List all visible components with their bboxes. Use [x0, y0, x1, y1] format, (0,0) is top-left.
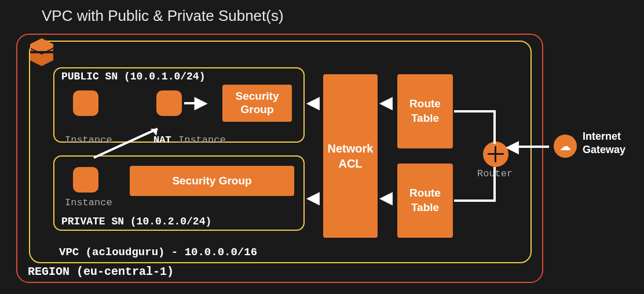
vpc-icon	[27, 37, 57, 67]
region-container: REGION (eu-central-1) VPC (acloudguru) -…	[16, 34, 543, 283]
arrow-left-icon: ◀	[506, 137, 519, 156]
vpc-label: VPC (acloudguru) - 10.0.0.0/16	[59, 246, 257, 259]
connector-line	[454, 199, 495, 202]
public-instance-2-label: Instance	[178, 135, 226, 146]
svg-rect-2	[30, 51, 53, 53]
arrow-left-icon: ◀	[380, 188, 393, 207]
connector-line	[493, 110, 496, 144]
arrow-right-icon: ▶	[195, 93, 207, 112]
route-table-2-box: Route Table	[397, 164, 453, 238]
nat-arrow-icon	[88, 123, 169, 164]
internet-gateway-label: Internet Gateway	[583, 130, 644, 156]
public-instance-1-icon	[73, 90, 98, 116]
diagram-title: VPC with Public & Private Subnet(s)	[42, 7, 284, 25]
private-instance-label: Instance	[65, 197, 112, 208]
network-acl-box: Network ACL	[323, 74, 378, 238]
router-icon	[483, 141, 508, 167]
public-security-group-box: Security Group	[222, 85, 292, 122]
connector-line	[493, 167, 496, 202]
private-instance-icon	[73, 167, 98, 193]
route-table-1-box: Route Table	[397, 74, 453, 148]
public-instance-2-icon	[156, 90, 182, 116]
cloud-icon: ☁	[554, 135, 577, 158]
private-subnet-label: PRIVATE SN (10.0.2.0/24)	[61, 216, 211, 227]
vpc-container: VPC (acloudguru) - 10.0.0.0/16 PUBLIC SN…	[29, 41, 532, 263]
connector-line	[454, 110, 495, 112]
public-subnet-label: PUBLIC SN (10.0.1.0/24)	[61, 71, 205, 82]
region-label: REGION (eu-central-1)	[28, 265, 174, 278]
private-subnet-container: PRIVATE SN (10.0.2.0/24) Security Group	[53, 155, 305, 231]
svg-line-3	[94, 129, 158, 158]
private-security-group-box: Security Group	[130, 166, 294, 196]
arrow-left-icon: ◀	[307, 188, 320, 207]
connector-line	[514, 146, 549, 148]
arrow-left-icon: ◀	[307, 93, 320, 112]
arrow-left-icon: ◀	[380, 93, 393, 112]
